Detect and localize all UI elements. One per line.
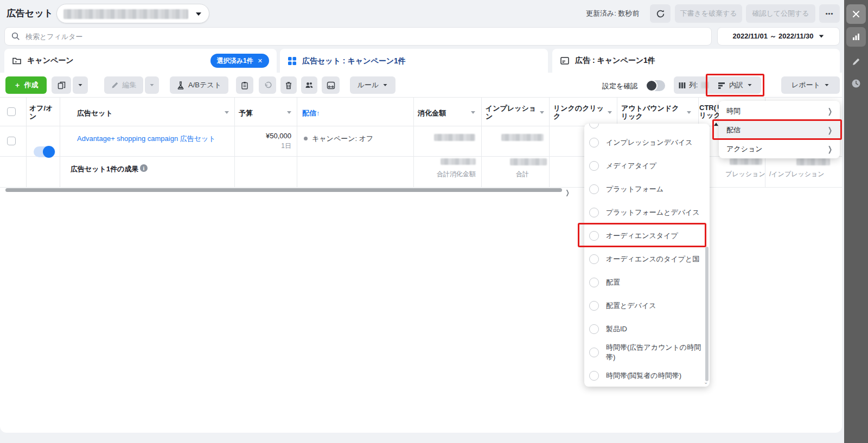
sort-caret-icon[interactable] [608,111,612,114]
radio-icon [589,254,599,264]
col-header-impressions[interactable]: インプレッション [486,104,540,120]
delivery-breakdown-submenu: インプレッションデバイス メディアタイプ プラットフォーム プラットフォームとデ… [584,124,710,387]
date-range-selector[interactable]: 2022/11/01 ～ 2022/11/30 [717,27,840,46]
submenu-item-platform-device[interactable]: プラットフォームとデバイス [584,201,710,224]
sort-caret-icon[interactable] [471,111,475,114]
radio-icon [589,278,599,287]
more-options-button[interactable]: ••• [819,4,840,23]
menu-item-label: アクション [726,144,763,154]
submenu-item-platform[interactable]: プラットフォーム [584,177,710,201]
delivery-status-dot [304,137,308,140]
delete-button[interactable] [280,76,297,94]
refresh-button[interactable] [650,4,671,23]
col-header-spend[interactable]: 消化金額 [418,109,446,117]
radio-icon [589,371,599,381]
date-range-text: 2022/11/01 ～ 2022/11/30 [733,31,814,41]
badge-close-icon[interactable]: ✕ [258,57,263,65]
col-header-budget[interactable]: 予算 [239,109,253,117]
submenu-item-audience-type-country[interactable]: オーディエンスのタイプと国 [584,247,710,271]
report-button[interactable]: レポート [781,76,840,94]
duplicate-menu-button[interactable] [73,76,88,94]
radio-icon [589,208,599,217]
rules-label: ルール [358,80,379,90]
rules-button[interactable]: ルール [350,76,395,94]
submenu-scrollbar-thumb[interactable] [705,247,709,381]
tab-adsets-label: 広告セット : キャンペーン1件 [302,56,406,66]
tab-campaigns[interactable]: キャンペーン 選択済み1件 ✕ [4,49,277,73]
tab-ads[interactable]: 広告 : キャンペーン1件 [552,49,840,73]
submenu-item-audience-type[interactable]: オーディエンスタイプ [584,224,710,247]
search-filter-bar[interactable] [4,27,712,46]
col-header-delivery-sorted[interactable]: 配信↑ [302,109,320,117]
col-header-adset[interactable]: 広告セット [77,109,113,117]
sort-caret-icon[interactable] [287,111,291,114]
flask-icon [177,81,184,89]
adset-grid-icon [288,56,297,66]
selected-count-badge[interactable]: 選択済み1件 ✕ [210,54,269,68]
tab-adsets-active[interactable]: 広告セット : キャンペーン1件 [280,49,548,73]
horizontal-scrollbar-thumb[interactable] [5,188,562,192]
pin-note-button[interactable] [236,76,253,94]
col-header-link-clicks[interactable]: リンクのクリック [553,104,608,120]
tab-campaigns-label: キャンペーン [27,56,74,66]
chart-tool-button[interactable] [846,27,866,47]
edit-menu-button[interactable] [145,76,159,94]
edit-button[interactable]: 編集 [104,76,143,94]
menu-item-delivery[interactable]: 配信❯ [719,120,840,139]
ab-test-label: A/Bテスト [188,80,221,90]
trash-icon [285,81,292,89]
copy-icon [58,81,66,89]
discard-draft-button[interactable]: 下書きを破棄する [675,4,742,23]
submenu-item-time-of-day-account[interactable]: 時間帯(広告アカウントの時間帯) [584,341,710,364]
divider [0,187,842,188]
export-arrows-icon [327,81,335,89]
duplicate-button[interactable] [52,76,71,94]
submenu-item-placement-device[interactable]: 配置とデバイス [584,294,710,317]
row-checkbox[interactable] [7,137,16,145]
edit-label: 編集 [123,80,137,90]
revert-button[interactable] [259,76,276,94]
breakdown-button[interactable]: 内訳 [709,76,761,94]
audience-button[interactable] [301,76,317,94]
info-icon[interactable]: i [140,164,148,172]
col-header-outbound-clicks[interactable]: アウトバウンドクリック [621,104,680,120]
ab-test-button[interactable]: A/Bテスト [170,76,228,94]
submenu-item-time-of-day-viewer[interactable]: 時間帯(閲覧者の時間帯) [584,364,710,387]
submenu-item-placement[interactable]: 配置 [584,271,710,294]
col-header-on-off[interactable]: オフ/オン [29,104,58,120]
columns-label: 列: [689,80,698,90]
submenu-item-product-id[interactable]: 製品ID [584,317,710,341]
screenshot-tool-rail [844,0,868,443]
pencil-icon [111,81,119,89]
budget-period: 1日 [234,142,291,151]
check-settings-toggle[interactable] [646,80,665,91]
bar-chart-icon [852,33,860,41]
radio-icon [589,324,599,334]
summary-label: 広告セット1件の成果 [71,164,138,174]
check-settings-label: 設定を確認 [602,81,637,91]
sort-caret-icon[interactable] [540,111,544,114]
adset-selector-dropdown[interactable] [56,4,209,23]
adset-name-link[interactable]: Advantage+ shopping campaign 広告セット [77,134,216,144]
submenu-item-impression-device[interactable]: インプレッションデバイス [584,131,710,154]
breakdown-dropdown-menu: 時間❯ 配信❯ アクション❯ [719,101,840,158]
sort-caret-icon[interactable] [225,111,229,114]
export-button[interactable] [322,76,340,94]
menu-item-action[interactable]: アクション❯ [719,139,840,158]
select-all-checkbox[interactable] [7,107,16,116]
redacted-total-impressions [510,158,547,165]
create-button[interactable]: ＋作成 [5,76,47,94]
menu-item-time[interactable]: 時間❯ [719,101,840,120]
review-publish-button[interactable]: 確認して公開する [746,4,815,23]
scroll-right-icon[interactable]: ❯ [565,189,569,196]
pencil-tool-button[interactable] [846,52,866,72]
row-active-toggle[interactable] [34,146,55,157]
main-content-card [0,73,842,433]
divider [26,98,27,188]
close-button[interactable] [846,4,866,24]
history-tool-button[interactable] [846,74,866,93]
search-input[interactable] [25,33,705,41]
submenu-item-media-type[interactable]: メディアタイプ [584,154,710,177]
search-icon [11,32,20,41]
sort-caret-icon[interactable] [687,111,691,114]
